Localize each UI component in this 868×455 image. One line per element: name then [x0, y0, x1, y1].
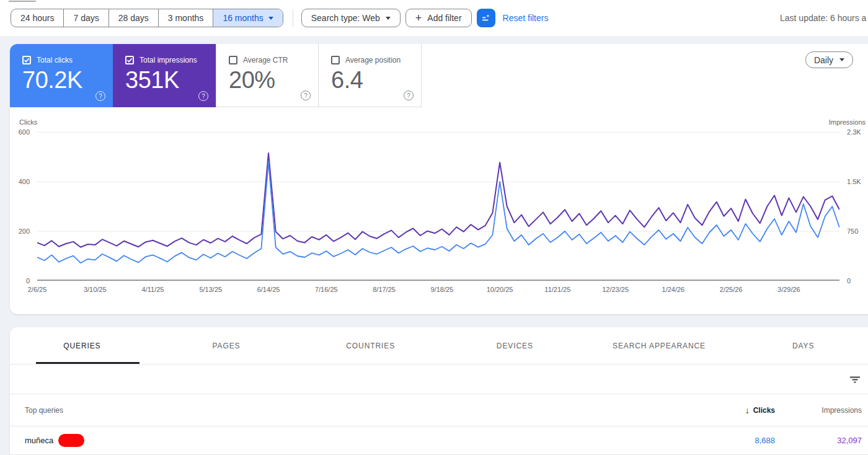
x-axis-tick: 8/17/25: [373, 286, 396, 293]
y-axis-tick: 2.3K: [847, 128, 861, 136]
tab-devices[interactable]: DEVICES: [443, 327, 587, 364]
checkbox-unchecked-icon: [229, 56, 237, 64]
filters-toolbar: 24 hours 7 days 28 days 3 months 16 mont…: [0, 0, 868, 36]
filter-list-icon[interactable]: [849, 374, 861, 385]
date-range-7-days[interactable]: 7 days: [64, 9, 108, 27]
x-axis-tick: 11/21/25: [544, 286, 570, 293]
compare-filter-button[interactable]: [477, 9, 495, 27]
x-axis-tick: 6/14/25: [257, 286, 280, 293]
help-icon[interactable]: ?: [95, 91, 105, 101]
metric-value: 6.4: [331, 67, 414, 94]
checkbox-checked-icon: [22, 56, 31, 64]
average-position-card[interactable]: Average position 6.4 ?: [319, 44, 422, 107]
date-range-24-hours[interactable]: 24 hours: [11, 9, 64, 27]
chevron-down-icon: [839, 58, 844, 61]
date-range-label: 28 days: [118, 13, 149, 23]
average-ctr-card[interactable]: Average CTR 20% ?: [216, 44, 319, 107]
redaction-overlay: [58, 434, 84, 447]
search-type-label: Search type: Web: [311, 13, 380, 23]
y-axis-tick: 400: [19, 178, 30, 185]
scrolled-content-remnant: [9, 1, 36, 2]
plus-icon: +: [415, 12, 422, 24]
column-header-label: Clicks: [753, 406, 775, 415]
reset-filters-button[interactable]: Reset filters: [503, 13, 549, 23]
performance-chart: Clicks Impressions 600 400 200 0 2.3K 1.…: [37, 132, 839, 303]
row-clicks-value: 8,688: [701, 436, 775, 445]
tab-days[interactable]: DAYS: [731, 327, 868, 364]
x-axis-tick: 9/18/25: [430, 286, 453, 293]
performance-panel: Total clicks 70.2K ? Total impressions 3…: [10, 44, 868, 314]
granularity-label: Daily: [814, 55, 833, 65]
add-filter-label: Add filter: [427, 13, 461, 23]
x-axis-tick: 2/6/25: [28, 286, 47, 293]
table-header-row: Top queries ↓ Clicks Impressions: [10, 394, 868, 426]
search-type-dropdown[interactable]: Search type: Web: [301, 9, 401, 27]
metric-value: 351K: [125, 67, 208, 94]
dimension-tabs: QUERIES PAGES COUNTRIES DEVICES SEARCH A…: [10, 327, 868, 364]
x-axis-tick: 1/24/26: [662, 286, 685, 293]
date-range-28-days[interactable]: 28 days: [109, 9, 159, 27]
tune-sparkle-icon: [480, 12, 492, 24]
metric-label: Average position: [345, 56, 401, 64]
y-axis-tick: 200: [19, 228, 30, 235]
right-axis-title: Impressions: [829, 118, 866, 126]
toolbar-divider: [293, 9, 293, 27]
metric-label: Total clicks: [37, 56, 73, 64]
date-range-label: 24 hours: [20, 13, 54, 23]
x-axis-tick: 12/23/25: [602, 286, 629, 293]
x-axis-tick: 4/11/25: [142, 286, 164, 293]
date-range-label: 16 months: [223, 13, 263, 23]
y-axis-tick: 600: [19, 128, 30, 136]
last-update-text: Last update: 6 hours a: [780, 13, 866, 23]
chevron-down-icon: [268, 17, 273, 20]
tab-label: SEARCH APPEARANCE: [613, 342, 706, 350]
tab-label: QUERIES: [63, 342, 100, 350]
chevron-down-icon: [386, 17, 391, 20]
help-icon[interactable]: ?: [404, 91, 414, 100]
x-axis: 2/6/253/10/254/11/255/13/256/14/257/16/2…: [37, 286, 839, 303]
tab-countries[interactable]: COUNTRIES: [298, 327, 443, 364]
help-icon[interactable]: ?: [198, 91, 208, 101]
y-axis-tick: 0: [847, 277, 851, 285]
y-axis-tick: 1.5K: [847, 178, 861, 185]
x-axis-tick: 2/25/26: [720, 286, 743, 293]
date-range-label: 7 days: [73, 13, 99, 23]
left-axis-title: Clicks: [19, 118, 37, 126]
date-range-label: 3 months: [168, 13, 204, 23]
tab-label: DAYS: [792, 342, 814, 350]
table-row[interactable]: muñeca 8,688 32,097: [10, 426, 868, 455]
add-filter-button[interactable]: + Add filter: [405, 9, 472, 27]
granularity-dropdown[interactable]: Daily: [805, 51, 853, 68]
x-axis-tick: 3/10/25: [84, 286, 107, 293]
dimensions-panel: QUERIES PAGES COUNTRIES DEVICES SEARCH A…: [10, 327, 868, 455]
checkbox-unchecked-icon: [331, 56, 340, 64]
date-range-chip-group: 24 hours 7 days 28 days 3 months 16 mont…: [11, 9, 283, 27]
metric-label: Total impressions: [140, 56, 197, 64]
column-header-clicks[interactable]: ↓ Clicks: [701, 405, 775, 415]
total-clicks-card[interactable]: Total clicks 70.2K ?: [10, 44, 113, 107]
help-icon[interactable]: ?: [301, 91, 311, 100]
tab-queries[interactable]: QUERIES: [10, 327, 154, 364]
metric-value: 20%: [229, 67, 311, 94]
chart-plot-area: 600 400 200 0 2.3K 1.5K 750 0: [37, 132, 839, 281]
x-axis-tick: 7/16/25: [315, 286, 338, 293]
y-axis-tick: 0: [26, 277, 30, 285]
sort-descending-icon: ↓: [745, 405, 750, 415]
tab-pages[interactable]: PAGES: [154, 327, 299, 364]
series-clicks: [37, 162, 839, 263]
tab-label: DEVICES: [497, 342, 533, 350]
date-range-3-months[interactable]: 3 months: [159, 9, 214, 27]
column-header-impressions[interactable]: Impressions: [775, 406, 862, 415]
tab-search-appearance[interactable]: SEARCH APPEARANCE: [587, 327, 732, 364]
date-range-16-months[interactable]: 16 months: [213, 9, 282, 27]
total-impressions-card[interactable]: Total impressions 351K ?: [113, 44, 216, 107]
row-impressions-value: 32,097: [775, 436, 862, 445]
chart-lines: [37, 132, 839, 281]
query-text: muñeca: [25, 436, 53, 445]
series-impressions: [37, 153, 839, 247]
metric-value: 70.2K: [22, 67, 105, 94]
column-header-queries[interactable]: Top queries: [25, 406, 701, 415]
x-axis-tick: 3/29/26: [777, 286, 800, 293]
x-axis-tick: 10/20/25: [487, 286, 513, 293]
table-toolbar: [10, 364, 868, 394]
